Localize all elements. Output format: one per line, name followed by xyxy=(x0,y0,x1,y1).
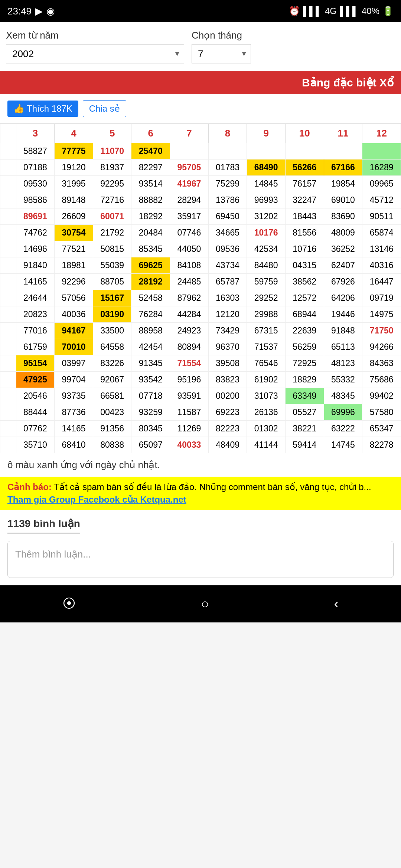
cell-r16-c4: 11587 xyxy=(170,404,209,421)
fb-like-button[interactable]: 👍 Thích 187K xyxy=(7,101,78,117)
row-index-4 xyxy=(0,208,16,225)
cell-r11-c8: 91848 xyxy=(324,323,362,339)
row-index-15 xyxy=(0,388,16,404)
table-row: 1469677521508158534544050095364253410716… xyxy=(0,241,401,257)
fb-group-link[interactable]: Tham gia Group Facebook của Ketqua.net xyxy=(7,494,394,505)
row-index-16 xyxy=(0,404,16,421)
cell-r4-c1: 26609 xyxy=(55,208,93,225)
table-row: 2464457056151675245887962163032925212572… xyxy=(0,290,401,306)
cell-r9-c3: 52458 xyxy=(131,290,170,306)
table-row: 0953031995922959351441967752991484576157… xyxy=(0,176,401,192)
bottom-nav: ⦿ ○ ‹ xyxy=(0,585,401,622)
cell-r1-c6: 68490 xyxy=(247,160,286,176)
cell-r13-c7: 72925 xyxy=(285,355,324,372)
signal-icon: ▌▌▌ xyxy=(303,6,322,16)
month-select[interactable]: 7 xyxy=(192,44,251,63)
cell-r1-c5: 01783 xyxy=(208,160,247,176)
cell-r6-c8: 36252 xyxy=(324,241,362,257)
cell-r10-c8: 19446 xyxy=(324,306,362,323)
cell-r6-c2: 50815 xyxy=(93,241,131,257)
banner-text: Bảng đặc biệt Xổ xyxy=(302,76,394,89)
cell-r8-c6: 59759 xyxy=(247,274,286,290)
row-index-12 xyxy=(0,339,16,355)
warning-bar: Cảnh báo: Tất cả spam bán số đều là lừa … xyxy=(0,477,401,510)
cell-r18-c8: 14745 xyxy=(324,437,362,453)
table-row: 6175970010645584245480894963707153756259… xyxy=(0,339,401,355)
cell-r3-c8: 69010 xyxy=(324,192,362,208)
cell-r2-c2: 92295 xyxy=(93,176,131,192)
lottery-table: 3456789101112 58827777751107025470071881… xyxy=(0,124,401,453)
table-row: 9184018981550396962584108437348448004315… xyxy=(0,257,401,274)
cell-r5-c6: 10176 xyxy=(247,225,286,241)
cell-r2-c0: 09530 xyxy=(16,176,55,192)
cell-r4-c7: 18443 xyxy=(285,208,324,225)
cell-r6-c1: 77521 xyxy=(55,241,93,257)
note-section: ô màu xanh ứng với ngày chủ nhật. xyxy=(0,453,401,477)
nav-home-icon[interactable]: ○ xyxy=(201,596,209,612)
cell-r4-c3: 18292 xyxy=(131,208,170,225)
cell-r10-c6: 29988 xyxy=(247,306,286,323)
cell-r14-c9: 75686 xyxy=(362,372,401,388)
cell-r8-c3: 28192 xyxy=(131,274,170,290)
cell-r4-c2: 60071 xyxy=(93,208,131,225)
cell-r9-c6: 29252 xyxy=(247,290,286,306)
table-row: 9515403997832269134571554395087654672925… xyxy=(0,355,401,372)
cell-r17-c2: 91356 xyxy=(93,421,131,437)
table-header-row: 3456789101112 xyxy=(0,124,401,143)
comment-input[interactable]: Thêm bình luận... xyxy=(7,541,394,578)
cell-r15-c0: 20546 xyxy=(16,388,55,404)
cell-r7-c0: 91840 xyxy=(16,257,55,274)
cell-r7-c4: 84108 xyxy=(170,257,209,274)
cell-r1-c8: 67166 xyxy=(324,160,362,176)
cell-r4-c4: 35917 xyxy=(170,208,209,225)
table-row: 0718819120819378229795705017836849056266… xyxy=(0,160,401,176)
table-row: 2054693735665810771893591002003107363349… xyxy=(0,388,401,404)
cell-r18-c3: 65097 xyxy=(131,437,170,453)
cell-r12-c5: 96370 xyxy=(208,339,247,355)
cell-r2-c8: 19854 xyxy=(324,176,362,192)
cell-r17-c8: 63222 xyxy=(324,421,362,437)
year-select[interactable]: 2002 xyxy=(6,44,184,63)
cell-r14-c7: 18829 xyxy=(285,372,324,388)
month-label: Chọn tháng xyxy=(192,30,251,41)
row-index-11 xyxy=(0,323,16,339)
cell-r14-c1: 99704 xyxy=(55,372,93,388)
cell-r5-c7: 81556 xyxy=(285,225,324,241)
col-header-3: 3 xyxy=(16,124,55,143)
cell-r10-c4: 44284 xyxy=(170,306,209,323)
nav-back-icon[interactable]: ‹ xyxy=(334,596,339,612)
table-row: 58827777751107025470 xyxy=(0,143,401,160)
red-banner: Bảng đặc biệt Xổ xyxy=(0,71,401,94)
col-header-9: 9 xyxy=(247,124,286,143)
alarm-icon: ⏰ xyxy=(289,6,300,16)
like-label: Thích 187K xyxy=(27,103,72,114)
cell-r10-c1: 40036 xyxy=(55,306,93,323)
cell-r8-c0: 14165 xyxy=(16,274,55,290)
note-text: ô màu xanh ứng với ngày chủ nhật. xyxy=(7,459,160,470)
table-row: 2082340036031907628444284121202998868944… xyxy=(0,306,401,323)
col-header-10: 10 xyxy=(285,124,324,143)
cell-r16-c2: 00423 xyxy=(93,404,131,421)
cell-r5-c0: 74762 xyxy=(16,225,55,241)
cell-r0-c8 xyxy=(324,143,362,160)
cell-r13-c9: 84363 xyxy=(362,355,401,372)
month-control: Chọn tháng 7 xyxy=(192,30,251,63)
fb-share-button[interactable]: Chia sẻ xyxy=(83,100,126,117)
cell-r16-c7: 05527 xyxy=(285,404,324,421)
cell-r15-c3: 07718 xyxy=(131,388,170,404)
cell-r18-c7: 59414 xyxy=(285,437,324,453)
status-bar: 23:49 ▶ ◉ ⏰ ▌▌▌ 4G ▌▌▌ 40% 🔋 xyxy=(0,0,401,22)
lottery-table-container: 3456789101112 58827777751107025470071881… xyxy=(0,124,401,453)
cell-r18-c2: 80838 xyxy=(93,437,131,453)
table-row: 9858689148727168888228294137869699332247… xyxy=(0,192,401,208)
cell-r3-c7: 32247 xyxy=(285,192,324,208)
nav-menu-icon[interactable]: ⦿ xyxy=(62,596,76,612)
col-header-5: 5 xyxy=(93,124,131,143)
cell-r1-c2: 81937 xyxy=(93,160,131,176)
cell-r11-c0: 77016 xyxy=(16,323,55,339)
cell-r13-c5: 39508 xyxy=(208,355,247,372)
cell-r11-c1: 94167 xyxy=(55,323,93,339)
row-index-0 xyxy=(0,143,16,160)
cell-r8-c4: 24485 xyxy=(170,274,209,290)
cell-r4-c8: 83690 xyxy=(324,208,362,225)
